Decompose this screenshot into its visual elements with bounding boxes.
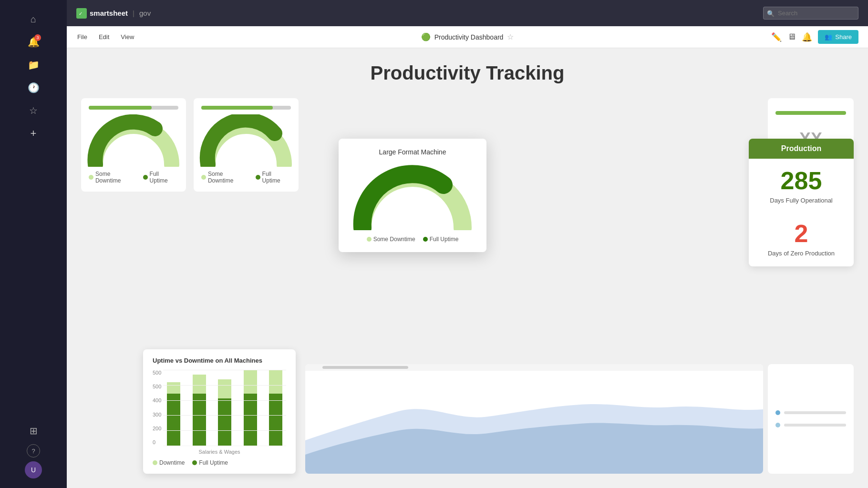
svg-rect-3: [322, 366, 408, 369]
topbar: ✓ smartsheet | gov 🔍: [67, 0, 868, 26]
chart-legend: Downtime Full Uptime: [153, 459, 286, 466]
full-uptime-dot-2: [256, 175, 260, 180]
menu-file[interactable]: File: [76, 31, 88, 42]
area-chart-svg: [305, 364, 763, 474]
menu-items: File Edit View: [76, 31, 135, 42]
notify-icon[interactable]: 🔔: [802, 32, 812, 42]
some-downtime-label-2: Some Downtime: [208, 171, 250, 184]
chart-x-label: Salaries & Wages: [153, 449, 286, 455]
logo-icon: ✓: [76, 8, 87, 19]
production-header: Production: [749, 139, 854, 159]
popup-full-uptime-label: Full Uptime: [430, 236, 459, 243]
fully-operational-number: 285: [781, 168, 822, 193]
full-uptime-label: Full Uptime: [150, 171, 178, 184]
logo-text: smartsheet: [90, 9, 128, 17]
popup-title: Large Format Machine: [348, 148, 477, 156]
popup-some-downtime-dot: [367, 237, 372, 242]
bell-icon[interactable]: 🔔 3: [24, 32, 43, 51]
legend-fulluptime-dot: [192, 460, 197, 465]
fully-operational-label: Days Fully Operational: [770, 197, 833, 204]
sidebar: ⌂ 🔔 3 📁 🕐 ☆ + ⊞ ? U: [0, 0, 67, 488]
share-button[interactable]: 👥 Share: [818, 30, 858, 44]
legend-dot-1: [775, 410, 780, 415]
popup-card: Large Format Machine Some Downtime Full …: [339, 139, 486, 252]
popup-some-downtime-label: Some Downtime: [373, 236, 415, 243]
search-input[interactable]: [763, 7, 858, 20]
legend-item-1: [775, 410, 846, 415]
some-downtime-dot: [89, 175, 93, 180]
legend-downtime-label: Downtime: [159, 459, 185, 466]
dashboard: Productivity Tracking Some Do: [67, 48, 868, 488]
legend-downtime-dot: [153, 460, 157, 465]
share-icon: 👥: [825, 33, 832, 41]
zero-production-number: 2: [795, 221, 808, 246]
popup-full-uptime-dot: [423, 237, 428, 242]
share-label: Share: [835, 33, 852, 41]
legend-fulluptime-label: Full Uptime: [199, 459, 228, 466]
logo-divider: |: [133, 9, 134, 17]
menubar-actions: ✏️ 🖥 🔔 👥 Share: [771, 30, 858, 44]
y-axis: 500 500 400 300 200 0: [153, 370, 161, 446]
full-uptime-dot: [143, 175, 148, 180]
dashboard-title: Productivity Tracking: [81, 62, 854, 84]
gov-text: gov: [139, 9, 151, 17]
gauge-2-legend: Some Downtime Full Uptime: [201, 171, 291, 184]
logo: ✓ smartsheet | gov: [76, 8, 151, 19]
folder-icon[interactable]: 📁: [24, 55, 43, 74]
notification-badge: 3: [34, 34, 41, 41]
bar-chart-widget: Uptime vs Downtime on All Machines 500 5…: [143, 349, 296, 474]
main-content: ✓ smartsheet | gov 🔍 File Edit View 🟢 Pr…: [67, 0, 868, 488]
gauge-1-legend: Some Downtime Full Uptime: [89, 171, 178, 184]
gauge-widget-1: Some Downtime Full Uptime: [81, 98, 186, 192]
some-downtime-label: Some Downtime: [95, 171, 137, 184]
full-uptime-label-2: Full Uptime: [262, 171, 291, 184]
present-icon[interactable]: 🖥: [787, 32, 796, 42]
menu-view[interactable]: View: [120, 31, 135, 42]
gauge-svg-2: [198, 114, 294, 167]
avatar[interactable]: U: [25, 461, 42, 478]
gauge-svg-1: [86, 114, 181, 167]
gauge-widget-2: Some Downtime Full Uptime: [194, 98, 299, 192]
plus-icon[interactable]: +: [24, 124, 43, 143]
popup-gauge-svg: [351, 163, 475, 230]
clock-icon[interactable]: 🕐: [24, 78, 43, 97]
favorite-star-icon[interactable]: ☆: [507, 32, 514, 41]
popup-gauge: [348, 163, 477, 230]
page-title: Productivity Dashboard: [434, 33, 504, 41]
star-icon[interactable]: ☆: [24, 101, 43, 120]
legend-dot-2: [775, 423, 780, 427]
help-icon[interactable]: ?: [27, 444, 40, 458]
production-panel: Production 285 Days Fully Operational 2 …: [749, 139, 854, 266]
bar-chart-title: Uptime vs Downtime on All Machines: [153, 357, 286, 364]
some-downtime-dot-2: [201, 175, 206, 180]
production-body: 285 Days Fully Operational 2 Days of Zer…: [749, 159, 854, 266]
menubar: File Edit View 🟢 Productivity Dashboard …: [67, 26, 868, 48]
svg-text:✓: ✓: [79, 11, 83, 16]
menubar-center: 🟢 Productivity Dashboard ☆: [421, 32, 514, 41]
area-chart-widget: [305, 364, 763, 474]
edit-icon[interactable]: ✏️: [771, 32, 782, 42]
bar-chart: [163, 370, 286, 446]
popup-legend: Some Downtime Full Uptime: [348, 236, 477, 243]
area-legend-widget: [768, 364, 854, 474]
grid-icon[interactable]: ⊞: [24, 421, 43, 440]
home-icon[interactable]: ⌂: [24, 10, 43, 29]
menu-edit[interactable]: Edit: [98, 31, 110, 42]
zero-production-label: Days of Zero Production: [768, 250, 835, 257]
legend-item-2: [775, 423, 846, 427]
dashboard-icon: 🟢: [421, 32, 431, 41]
